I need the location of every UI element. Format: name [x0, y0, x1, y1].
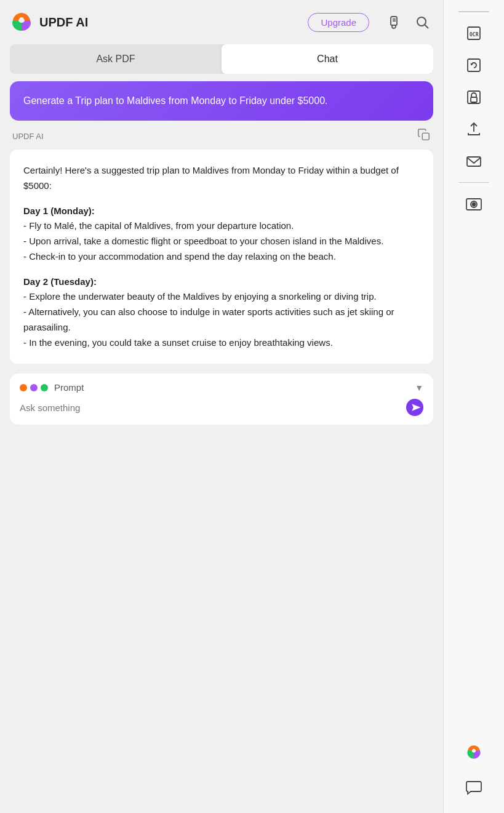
ai-day1-item-2: - Upon arrival, take a domestic flight o…	[23, 236, 383, 246]
ask-input[interactable]	[20, 402, 406, 413]
sidebar-divider-mid	[458, 182, 489, 183]
prompt-area: Prompt ▼	[10, 374, 433, 425]
email-icon-button[interactable]	[459, 146, 489, 176]
brush-icon-button[interactable]	[384, 11, 406, 33]
ai-intro: Certainly! Here's a suggested trip plan …	[23, 163, 420, 194]
prompt-dots	[20, 384, 48, 391]
svg-rect-12	[471, 97, 477, 102]
tabs-row: Ask PDF Chat	[10, 44, 433, 74]
prompt-label: Prompt	[54, 382, 415, 393]
updf-logo	[10, 10, 33, 34]
prompt-top-row: Prompt ▼	[20, 382, 423, 393]
ai-day1-title: Day 1 (Monday):	[23, 206, 95, 216]
svg-point-17	[473, 203, 476, 206]
ai-day2-title: Day 2 (Tuesday):	[23, 276, 97, 287]
svg-line-4	[425, 25, 429, 29]
ask-input-row	[20, 399, 423, 416]
upgrade-button[interactable]: Upgrade	[308, 13, 369, 32]
chevron-down-icon[interactable]: ▼	[415, 383, 423, 393]
svg-point-3	[417, 17, 426, 26]
ai-day1-item-3: - Check-in to your accommodation and spe…	[23, 251, 336, 262]
ai-day2-item-3: - In the evening, you could take a sunse…	[23, 337, 333, 348]
ai-day2-item-1: - Explore the underwater beauty of the M…	[23, 291, 377, 302]
svg-rect-10	[468, 59, 480, 71]
ocr-icon-button[interactable]: OCR	[459, 18, 489, 48]
header: UPDF AI Upgrade	[0, 0, 443, 44]
search-icon-button[interactable]	[411, 11, 433, 33]
ai-day1-block: Day 1 (Monday): - Fly to Malé, the capit…	[23, 204, 420, 265]
svg-rect-14	[467, 157, 481, 166]
ai-sender-label: UPDF AI	[12, 132, 44, 141]
sidebar-divider-top	[458, 11, 489, 12]
main-panel: UPDF AI Upgrade Ask PDF Chat	[0, 0, 443, 813]
ai-response-card: Certainly! Here's a suggested trip plan …	[10, 150, 433, 364]
ai-day2-block: Day 2 (Tuesday): - Explore the underwate…	[23, 274, 420, 351]
refresh-icon-button[interactable]	[459, 50, 489, 80]
ai-label-row: UPDF AI	[10, 128, 433, 145]
dot-green	[41, 384, 48, 391]
tab-ask-pdf[interactable]: Ask PDF	[10, 44, 222, 74]
ai-day2-item-2: - Alternatively, you can also choose to …	[23, 306, 394, 332]
svg-rect-5	[422, 133, 429, 140]
chat-icon-button[interactable]	[459, 772, 489, 802]
right-sidebar: OCR	[443, 0, 504, 813]
lock-icon-button[interactable]	[459, 82, 489, 112]
dot-orange	[20, 384, 27, 391]
svg-text:OCR: OCR	[470, 32, 479, 38]
ai-day1-item-1: - Fly to Malé, the capital of Maldives, …	[23, 220, 294, 231]
send-button[interactable]	[406, 399, 423, 416]
copy-icon-button[interactable]	[417, 128, 431, 145]
camera-icon-button[interactable]	[459, 189, 489, 218]
app-title: UPDF AI	[39, 15, 308, 30]
upload-icon-button[interactable]	[459, 114, 489, 144]
user-message-text: Generate a Trip plan to Maldives from Mo…	[23, 95, 327, 106]
tab-chat[interactable]: Chat	[222, 44, 433, 74]
dot-purple	[30, 384, 38, 391]
updf-logo-bottom-button[interactable]	[461, 739, 487, 765]
user-message-bubble: Generate a Trip plan to Maldives from Mo…	[10, 81, 433, 121]
